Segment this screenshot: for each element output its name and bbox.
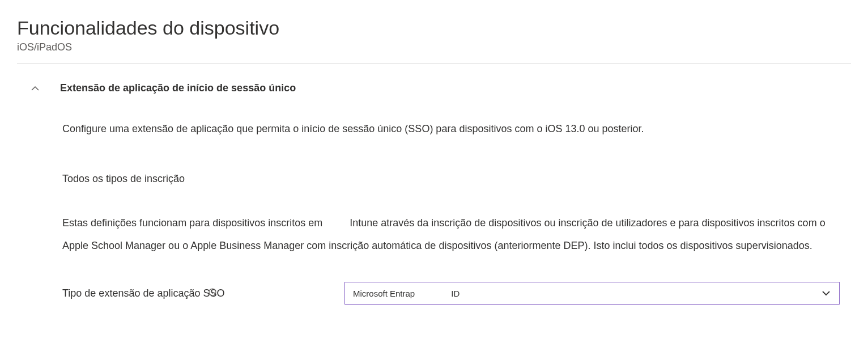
section-title: Extensão de aplicação de início de sessã…	[60, 82, 296, 94]
section-content: Configure uma extensão de aplicação que …	[17, 121, 851, 305]
chevron-up-icon	[31, 84, 40, 93]
form-row-sso-type: Tipo de extensão de aplicação SSO Micros…	[62, 282, 840, 305]
subsection-description-part1: Estas definições funcionam para disposit…	[62, 217, 322, 229]
page-title: Funcionalidades do dispositivo	[17, 17, 851, 39]
chevron-down-icon	[821, 288, 831, 298]
sso-type-label: Tipo de extensão de aplicação SSO	[62, 288, 225, 299]
info-icon[interactable]	[208, 288, 217, 297]
sso-type-dropdown[interactable]: Microsoft EntrapID	[344, 282, 840, 305]
subsection-description: Estas definições funcionam para disposit…	[62, 212, 840, 257]
page-subtitle: iOS/iPadOS	[17, 41, 851, 53]
sso-type-value: Microsoft EntrapID	[353, 289, 459, 298]
form-label-wrap: Tipo de extensão de aplicação SSO	[62, 288, 344, 299]
section-header[interactable]: Extensão de aplicação de início de sessã…	[17, 82, 851, 94]
subsection-title: Todos os tipos de inscrição	[62, 173, 840, 185]
section-description: Configure uma extensão de aplicação que …	[62, 121, 840, 137]
svg-point-2	[212, 290, 212, 291]
divider	[17, 64, 851, 64]
